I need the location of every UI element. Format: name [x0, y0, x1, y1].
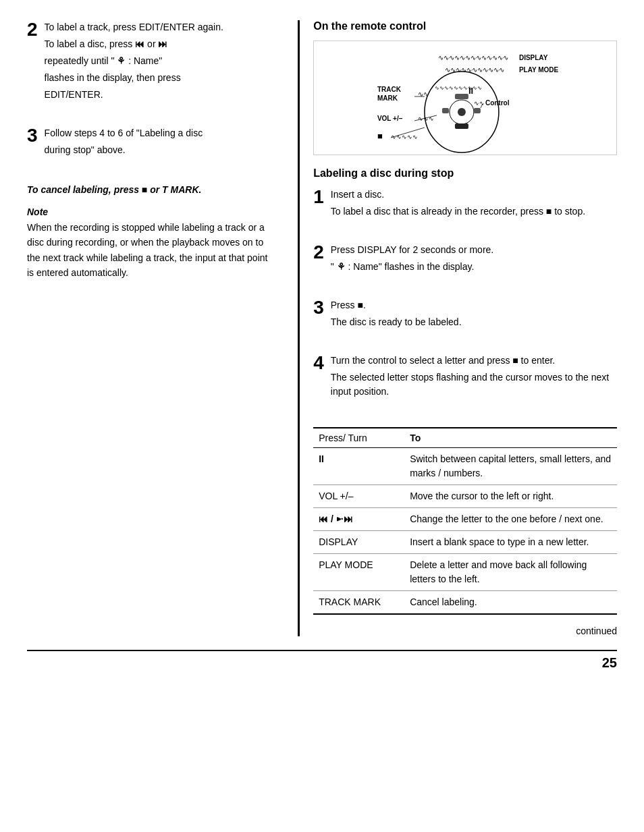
svg-rect-18: [455, 94, 468, 99]
labeling-step-3: 3 Press ■. The disc is ready to be label…: [313, 298, 617, 344]
svg-text:∿∿∿∿∿: ∿∿∿∿∿: [391, 134, 418, 140]
controls-table: Press/ Turn To II Switch between capital…: [313, 427, 617, 615]
svg-text:∿∿: ∿∿: [474, 100, 485, 107]
key-playmode: PLAY MODE: [313, 554, 404, 591]
svg-rect-20: [474, 108, 481, 113]
labeling-step-3-content: Press ■. The disc is ready to be labeled…: [331, 298, 617, 332]
table-row: DISPLAY Insert a blank space to type in …: [313, 531, 617, 554]
table-row: PLAY MODE Delete a letter and move back …: [313, 554, 617, 591]
labeling-step-4: 4 Turn the control to select a letter an…: [313, 354, 617, 414]
svg-text:∿∿∿∿∿∿∿∿∿∿∿∿∿: ∿∿∿∿∿∿∿∿∿∿∿∿∿: [438, 54, 508, 61]
step-2-content: To label a track, press EDIT/ENTER again…: [45, 20, 271, 105]
key-ii: II: [313, 448, 404, 485]
labeling-step-1-content: Insert a disc. To label a disc that is a…: [331, 188, 617, 221]
labeling-step-2-number: 2: [313, 243, 324, 262]
step-3-block: 3 Follow steps 4 to 6 of "Labeling a dis…: [27, 126, 271, 172]
svg-point-17: [458, 108, 466, 116]
labeling-step-4-line2: The selected letter stops flashing and t…: [331, 370, 617, 399]
labeling-step-2: 2 Press DISPLAY for 2 seconds or more. "…: [313, 243, 617, 289]
action-ii: Switch between capital letters, small le…: [404, 448, 617, 485]
step-2-line4: flashes in the display, then press: [45, 71, 271, 85]
step-3-content: Follow steps 4 to 6 of "Labeling a disc …: [45, 126, 271, 160]
step-3-line1: Follow steps 4 to 6 of "Labeling a disc: [45, 126, 271, 140]
action-trackmark: Cancel labeling.: [404, 591, 617, 615]
action-display: Insert a blank space to type in a new le…: [404, 531, 617, 554]
note-title: Note: [27, 206, 271, 217]
svg-rect-21: [455, 123, 468, 129]
remote-section: On the remote control ∿∿∿∿∿∿∿∿∿∿∿∿∿ DISP…: [313, 20, 617, 155]
remote-svg: ∿∿∿∿∿∿∿∿∿∿∿∿∿ DISPLAY ∿∿∿∿∿∿∿∿∿∿∿ PLAY M…: [321, 48, 610, 156]
table-section: Press/ Turn To II Switch between capital…: [313, 427, 617, 615]
key-display: DISPLAY: [313, 531, 404, 554]
labeling-step-3-number: 3: [313, 298, 324, 317]
labeling-section: Labeling a disc during stop 1 Insert a d…: [313, 167, 617, 414]
labeling-step-3-line2: The disc is ready to be labeled.: [331, 315, 617, 329]
svg-text:TRACK: TRACK: [377, 86, 402, 93]
labeling-step-1: 1 Insert a disc. To label a disc that is…: [313, 188, 617, 233]
continued-text: continued: [313, 626, 617, 636]
page-container: 2 To label a track, press EDIT/ENTER aga…: [27, 20, 617, 636]
step-2-line3: repeatedly until " ⚘ : Name": [45, 54, 271, 68]
key-vol: VOL +/–: [313, 485, 404, 508]
table-row: ⏮ / ▶·⏭ Change the letter to the one bef…: [313, 508, 617, 531]
table-row: II Switch between capital letters, small…: [313, 448, 617, 485]
right-column: On the remote control ∿∿∿∿∿∿∿∿∿∿∿∿∿ DISP…: [298, 20, 617, 636]
step-2-number: 2: [27, 20, 38, 39]
labeling-title: Labeling a disc during stop: [313, 167, 617, 179]
key-trackmark: TRACK MARK: [313, 591, 404, 615]
left-column: 2 To label a track, press EDIT/ENTER aga…: [27, 20, 277, 636]
table-row: VOL +/– Move the cursor to the left or r…: [313, 485, 617, 508]
labeling-step-4-content: Turn the control to select a letter and …: [331, 354, 617, 401]
step-2-line5: EDIT/ENTER.: [45, 88, 271, 102]
labeling-step-2-content: Press DISPLAY for 2 seconds or more. " ⚘…: [331, 243, 617, 277]
svg-rect-19: [442, 108, 449, 113]
labeling-step-4-number: 4: [313, 354, 324, 372]
right-bottom: continued: [313, 626, 617, 636]
step-3-line2: during stop" above.: [45, 143, 271, 157]
key-skip: ⏮ / ▶·⏭: [313, 508, 404, 531]
labeling-step-2-line2: " ⚘ : Name" flashes in the display.: [331, 260, 617, 274]
table-header-press: Press/ Turn: [313, 428, 404, 448]
action-playmode: Delete a letter and move back all follow…: [404, 554, 617, 591]
page-number: 25: [602, 655, 617, 670]
table-row: TRACK MARK Cancel labeling.: [313, 591, 617, 615]
labeling-step-1-number: 1: [313, 188, 324, 206]
labeling-step-3-line1: Press ■.: [331, 298, 617, 312]
labeling-step-1-line1: Insert a disc.: [331, 188, 617, 202]
svg-text:PLAY MODE: PLAY MODE: [519, 66, 559, 74]
action-skip: Change the letter to the one before / ne…: [404, 508, 617, 531]
step-2-block: 2 To label a track, press EDIT/ENTER aga…: [27, 20, 271, 117]
step-2-line2: To label a disc, press ⏮ or ⏭: [45, 37, 271, 51]
table-header-to: To: [404, 428, 617, 448]
labeling-step-2-line1: Press DISPLAY for 2 seconds or more.: [331, 243, 617, 257]
svg-text:VOL +/–: VOL +/–: [377, 115, 403, 122]
step-3-number: 3: [27, 126, 38, 145]
remote-title: On the remote control: [313, 20, 617, 32]
note-section: Note When the recording is stopped while…: [27, 206, 271, 281]
svg-text:MARK: MARK: [377, 94, 398, 102]
step-2-line1: To label a track, press EDIT/ENTER again…: [45, 20, 271, 34]
action-vol: Move the cursor to the left or right.: [404, 485, 617, 508]
svg-text:∿∿∿∿∿∿∿∿∿∿: ∿∿∿∿∿∿∿∿∿∿: [435, 85, 482, 91]
labeling-step-1-line2: To label a disc that is already in the r…: [331, 204, 617, 219]
labeling-step-4-line1: Turn the control to select a letter and …: [331, 354, 617, 368]
remote-diagram: ∿∿∿∿∿∿∿∿∿∿∿∿∿ DISPLAY ∿∿∿∿∿∿∿∿∿∿∿ PLAY M…: [313, 40, 617, 155]
svg-text:DISPLAY: DISPLAY: [519, 54, 548, 61]
svg-text:■: ■: [377, 131, 383, 141]
cancel-label: To cancel labeling, press ■ or T MARK.: [27, 183, 271, 197]
note-text: When the recording is stopped while labe…: [27, 220, 271, 281]
